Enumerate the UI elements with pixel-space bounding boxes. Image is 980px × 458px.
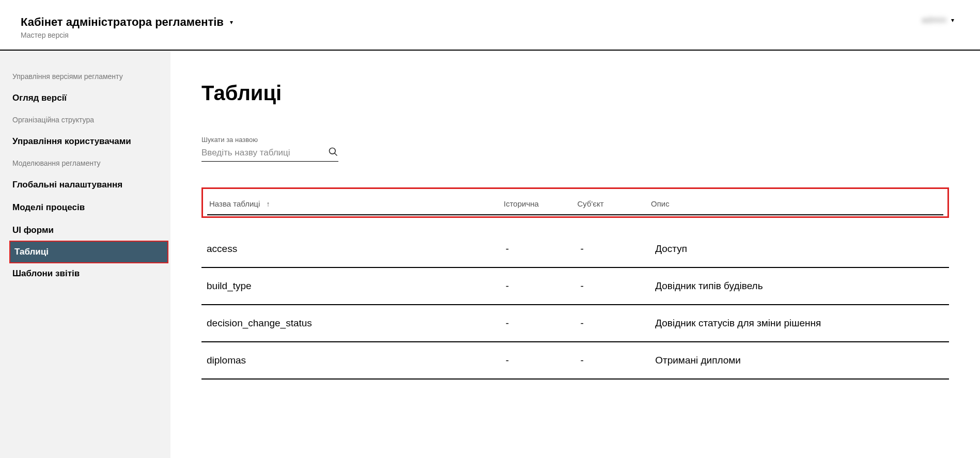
cell-description: Доступ (650, 231, 949, 267)
col-header-name-label: Назва таблиці (209, 199, 260, 208)
sidebar-item[interactable]: Таблиці (9, 241, 168, 263)
cell-name: build_type (201, 267, 501, 305)
sidebar-item[interactable]: Шаблони звітів (0, 262, 170, 285)
col-header-historical[interactable]: Історична (502, 196, 575, 215)
table-row[interactable]: decision_change_status--Довідник статусі… (201, 305, 949, 342)
sidebar-item[interactable]: Моделі процесів (0, 196, 170, 219)
sidebar-item[interactable]: Глобальні налаштування (0, 173, 170, 196)
user-menu-caret[interactable]: ▾ (951, 17, 954, 24)
search-input[interactable] (201, 148, 328, 158)
cell-subject: - (575, 267, 650, 305)
search-block: Шукати за назвою (201, 136, 949, 162)
table-row[interactable]: build_type--Довідник типів будівель (201, 267, 949, 305)
sidebar-section-label: Організаційна структура (0, 109, 170, 130)
sidebar-item[interactable]: UI форми (0, 219, 170, 242)
table-row[interactable]: diplomas--Отримані дипломи (201, 342, 949, 379)
sidebar-section-label: Управління версіями регламенту (0, 66, 170, 87)
main-content: Таблиці Шукати за назвою Назва таб (170, 51, 980, 458)
svg-point-0 (330, 148, 336, 154)
app-header: Кабінет адміністратора регламентів ▾ Мас… (0, 0, 980, 51)
search-label: Шукати за назвою (201, 136, 949, 144)
app-title: Кабінет адміністратора регламентів (21, 15, 224, 29)
page-title: Таблиці (201, 82, 949, 105)
app-subtitle: Мастер версія (21, 31, 233, 39)
title-dropdown-caret[interactable]: ▾ (230, 19, 233, 26)
cell-name: decision_change_status (201, 305, 501, 342)
table-header-highlight: Назва таблиці ↑ Історична Суб'єкт Опис (201, 187, 949, 218)
header-left: Кабінет адміністратора регламентів ▾ Мас… (21, 15, 233, 39)
cell-historical: - (501, 267, 575, 305)
cell-subject: - (575, 305, 650, 342)
cell-description: Довідник типів будівель (650, 267, 949, 305)
cell-subject: - (575, 231, 650, 267)
col-header-name[interactable]: Назва таблиці ↑ (207, 196, 502, 215)
cell-description: Довідник статусів для зміни рішення (650, 305, 949, 342)
sidebar: Управління версіями регламентуОгляд верс… (0, 51, 170, 458)
col-header-description[interactable]: Опис (649, 196, 943, 215)
sidebar-section-label: Моделювання регламенту (0, 153, 170, 173)
sidebar-item[interactable]: Управління користувачами (0, 130, 170, 153)
cell-subject: - (575, 342, 650, 379)
cell-name: diplomas (201, 342, 501, 379)
col-header-subject[interactable]: Суб'єкт (575, 196, 649, 215)
table-row[interactable]: access--Доступ (201, 231, 949, 267)
cell-name: access (201, 231, 501, 267)
search-icon[interactable] (328, 147, 338, 159)
user-name-blurred: admin (922, 15, 947, 25)
search-row (201, 147, 338, 162)
tables-list-header: Назва таблиці ↑ Історична Суб'єкт Опис (207, 196, 943, 215)
cell-historical: - (501, 342, 575, 379)
tables-list-body: access--Доступbuild_type--Довідник типів… (201, 231, 949, 380)
cell-historical: - (501, 305, 575, 342)
sort-asc-icon[interactable]: ↑ (266, 200, 270, 208)
svg-line-1 (335, 153, 337, 156)
cell-historical: - (501, 231, 575, 267)
user-menu[interactable]: admin ▾ (922, 15, 959, 25)
sidebar-item[interactable]: Огляд версії (0, 87, 170, 109)
cell-description: Отримані дипломи (650, 342, 949, 379)
